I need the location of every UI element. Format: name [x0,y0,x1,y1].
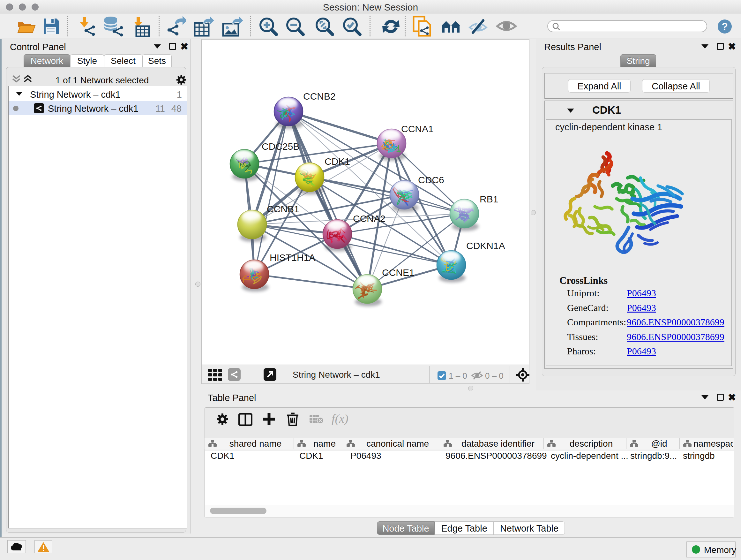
svg-text:RB1: RB1 [480,194,498,204]
svg-text:CCNA1: CCNA1 [401,124,434,134]
svg-text:CDK1: CDK1 [325,156,350,167]
svg-text:CDC25B: CDC25B [262,141,299,152]
svg-text:HIST1H1A: HIST1H1A [270,252,315,263]
svg-text:CDC6: CDC6 [418,175,444,185]
svg-text:CCNB2: CCNB2 [303,91,336,102]
svg-text:CCNE1: CCNE1 [382,267,414,278]
svg-text:CCNA2: CCNA2 [353,213,386,224]
svg-text:CDKN1A: CDKN1A [466,240,505,251]
svg-text:CCNB1: CCNB1 [267,204,299,214]
